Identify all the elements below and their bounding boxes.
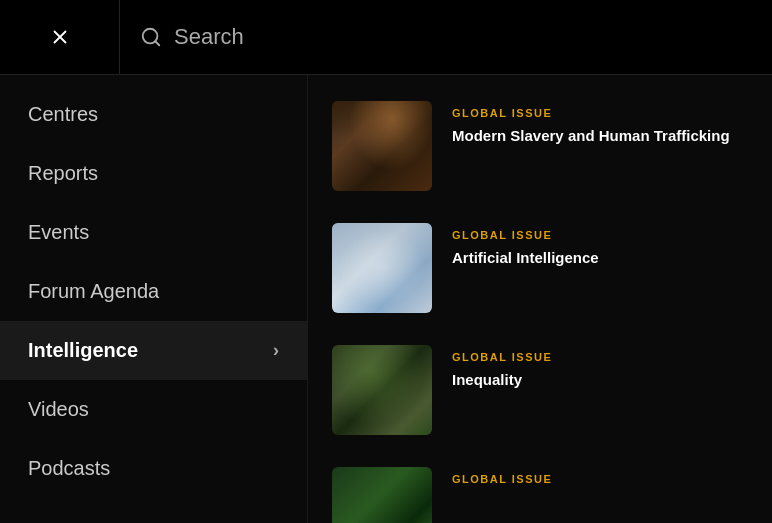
card-thumbnail (332, 101, 432, 191)
card-tag: GLOBAL ISSUE (452, 351, 748, 363)
search-icon (140, 26, 162, 48)
sidebar: CentresReportsEventsForum AgendaIntellig… (0, 75, 308, 523)
card-item[interactable]: GLOBAL ISSUEArtificial Intelligence (308, 207, 772, 329)
sidebar-item-videos[interactable]: Videos (0, 380, 307, 439)
sidebar-item-intelligence[interactable]: Intelligence› (0, 321, 307, 380)
card-title: Modern Slavery and Human Trafficking (452, 125, 748, 146)
card-item[interactable]: GLOBAL ISSUEInequality (308, 329, 772, 451)
sidebar-item-centres[interactable]: Centres (0, 85, 307, 144)
sidebar-item-label: Podcasts (28, 457, 110, 480)
sidebar-item-label: Reports (28, 162, 98, 185)
svg-line-3 (155, 41, 159, 45)
card-body: GLOBAL ISSUEInequality (452, 345, 748, 390)
search-input[interactable] (174, 24, 752, 50)
card-thumbnail (332, 223, 432, 313)
sidebar-item-label: Forum Agenda (28, 280, 159, 303)
card-body: GLOBAL ISSUEArtificial Intelligence (452, 223, 748, 268)
close-icon (49, 26, 71, 48)
sidebar-item-label: Intelligence (28, 339, 138, 362)
card-body: GLOBAL ISSUE (452, 467, 748, 491)
content-area: GLOBAL ISSUEModern Slavery and Human Tra… (308, 75, 772, 523)
search-area (120, 24, 772, 50)
sidebar-item-events[interactable]: Events (0, 203, 307, 262)
card-title: Inequality (452, 369, 748, 390)
card-title: Artificial Intelligence (452, 247, 748, 268)
sidebar-item-reports[interactable]: Reports (0, 144, 307, 203)
card-tag: GLOBAL ISSUE (452, 473, 748, 485)
chevron-right-icon: › (273, 340, 279, 361)
sidebar-item-label: Videos (28, 398, 89, 421)
main-content: CentresReportsEventsForum AgendaIntellig… (0, 75, 772, 523)
sidebar-item-label: Events (28, 221, 89, 244)
sidebar-item-forum-agenda[interactable]: Forum Agenda (0, 262, 307, 321)
close-button[interactable] (0, 0, 120, 74)
card-thumbnail (332, 467, 432, 523)
header (0, 0, 772, 75)
sidebar-item-label: Centres (28, 103, 98, 126)
sidebar-item-podcasts[interactable]: Podcasts (0, 439, 307, 498)
card-thumbnail (332, 345, 432, 435)
card-body: GLOBAL ISSUEModern Slavery and Human Tra… (452, 101, 748, 146)
card-item[interactable]: GLOBAL ISSUEModern Slavery and Human Tra… (308, 85, 772, 207)
card-tag: GLOBAL ISSUE (452, 229, 748, 241)
card-tag: GLOBAL ISSUE (452, 107, 748, 119)
card-item[interactable]: GLOBAL ISSUE (308, 451, 772, 523)
